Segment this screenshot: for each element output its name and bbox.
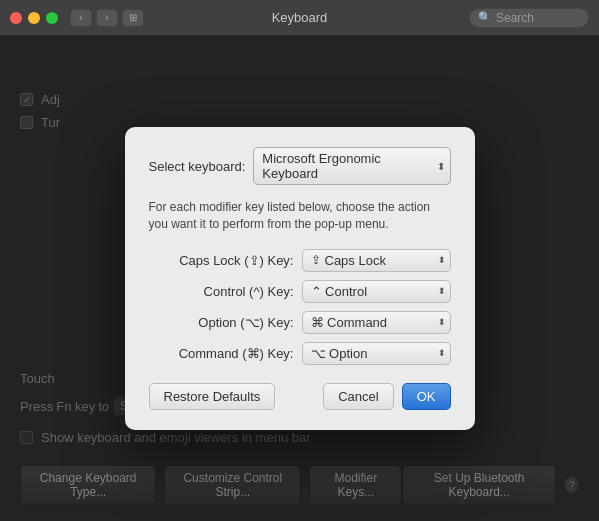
keyboard-select-arrow: ⬍ [437, 161, 445, 172]
select-keyboard-label: Select keyboard: [149, 159, 246, 174]
search-icon: 🔍 [478, 11, 492, 24]
nav-buttons: ‹ › [70, 9, 118, 27]
close-button[interactable] [10, 12, 22, 24]
command-label: Command (⌘) Key: [149, 346, 294, 361]
restore-defaults-button[interactable]: Restore Defaults [149, 383, 276, 410]
control-select[interactable]: ⌃ Control [302, 280, 451, 303]
select-keyboard-row: Select keyboard: Microsoft Ergonomic Key… [149, 147, 451, 185]
option-value: ⌘ Command [311, 315, 388, 330]
window-title: Keyboard [272, 10, 328, 25]
caps-lock-symbol: ⇪ [311, 253, 321, 267]
keyboard-select-wrapper: Microsoft Ergonomic Keyboard ⬍ [253, 147, 450, 185]
command-select-wrapper: ⌥ Option ⬍ [302, 342, 451, 365]
ok-button[interactable]: OK [402, 383, 451, 410]
search-input[interactable] [496, 11, 586, 25]
caps-lock-label: Caps Lock (⇪) Key: [149, 253, 294, 268]
command-chevron: ⬍ [438, 348, 446, 358]
control-row: Control (^) Key: ⌃ Control ⬍ [149, 280, 451, 303]
minimize-button[interactable] [28, 12, 40, 24]
modal-dialog: Select keyboard: Microsoft Ergonomic Key… [125, 127, 475, 430]
main-content: Adj Tur Touch Press Fn key to Show F1, F… [0, 36, 599, 521]
control-select-wrapper: ⌃ Control ⬍ [302, 280, 451, 303]
control-value: ⌃ Control [311, 284, 368, 299]
keyboard-option-label: Microsoft Ergonomic Keyboard [262, 151, 427, 181]
modal-right-buttons: Cancel OK [323, 383, 450, 410]
caps-lock-select[interactable]: ⇪ Caps Lock [302, 249, 451, 272]
option-chevron: ⬍ [438, 317, 446, 327]
back-button[interactable]: ‹ [70, 9, 92, 27]
option-select-wrapper: ⌘ Command ⬍ [302, 311, 451, 334]
command-select[interactable]: ⌥ Option [302, 342, 451, 365]
search-bar[interactable]: 🔍 [469, 8, 589, 28]
maximize-button[interactable] [46, 12, 58, 24]
forward-button[interactable]: › [96, 9, 118, 27]
modal-buttons: Restore Defaults Cancel OK [149, 383, 451, 410]
option-row: Option (⌥) Key: ⌘ Command ⬍ [149, 311, 451, 334]
caps-lock-chevron: ⬍ [438, 255, 446, 265]
caps-lock-value: Caps Lock [325, 253, 386, 268]
traffic-lights [10, 12, 58, 24]
caps-lock-select-wrapper: ⇪ Caps Lock ⬍ [302, 249, 451, 272]
modal-description: For each modifier key listed below, choo… [149, 199, 451, 233]
cancel-button[interactable]: Cancel [323, 383, 393, 410]
control-label: Control (^) Key: [149, 284, 294, 299]
control-chevron: ⬍ [438, 286, 446, 296]
command-value: ⌥ Option [311, 346, 368, 361]
grid-button[interactable]: ⊞ [122, 9, 144, 27]
option-select[interactable]: ⌘ Command [302, 311, 451, 334]
caps-lock-row: Caps Lock (⇪) Key: ⇪ Caps Lock ⬍ [149, 249, 451, 272]
keyboard-select[interactable]: Microsoft Ergonomic Keyboard [253, 147, 450, 185]
command-row: Command (⌘) Key: ⌥ Option ⬍ [149, 342, 451, 365]
option-label: Option (⌥) Key: [149, 315, 294, 330]
modal-overlay: Select keyboard: Microsoft Ergonomic Key… [0, 36, 599, 521]
title-bar: ‹ › ⊞ Keyboard 🔍 [0, 0, 599, 36]
